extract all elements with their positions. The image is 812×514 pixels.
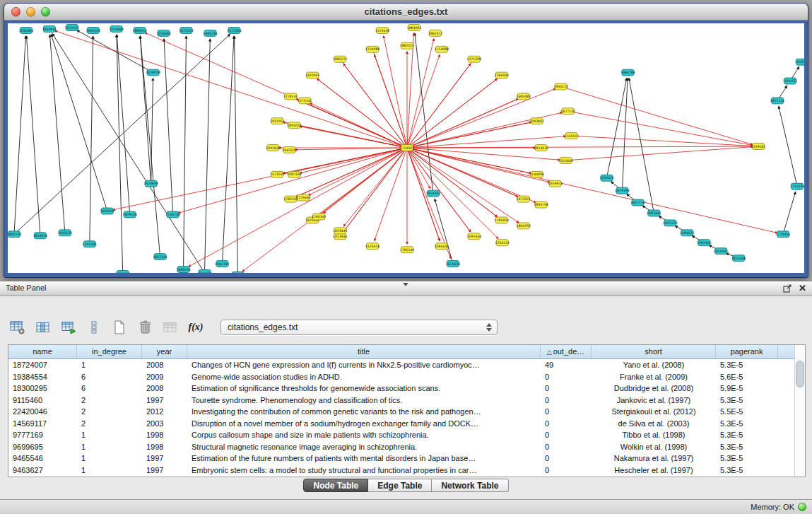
window-titlebar[interactable]: citations_edges.txt <box>4 4 808 21</box>
graph-node[interactable]: 1062341 <box>215 261 230 267</box>
graph-node[interactable]: 1664093 <box>407 24 422 30</box>
graph-node[interactable]: 1694203 <box>86 27 101 33</box>
graph-node[interactable]: 1087334 <box>287 171 302 177</box>
graph-node[interactable]: 2520659 <box>143 180 158 187</box>
graph-node[interactable]: 1679194 <box>615 187 630 194</box>
graph-edge[interactable] <box>178 148 407 213</box>
graph-node[interactable]: 1125438 <box>375 27 390 33</box>
zoom-window-button[interactable] <box>41 7 50 16</box>
graph-node[interactable]: 1093847 <box>529 118 544 124</box>
graph-node[interactable]: 1724007 <box>400 145 415 151</box>
graph-node[interactable]: 2026059 <box>146 69 160 76</box>
graph-node[interactable]: 1662015 <box>400 42 415 49</box>
table-row[interactable]: 946362711997Embryonic stem cells: a mode… <box>8 465 794 477</box>
graph-node[interactable]: 1591031 <box>783 78 798 84</box>
graph-edge[interactable] <box>235 36 238 273</box>
table-mode-icon[interactable] <box>7 317 28 337</box>
row-height-icon[interactable] <box>83 317 105 337</box>
graph-node[interactable]: 1092454 <box>467 233 482 240</box>
graph-node[interactable]: 1051120 <box>663 220 678 226</box>
function-builder-icon[interactable]: f(x) <box>185 317 206 337</box>
graph-node[interactable]: 1673021 <box>516 196 531 202</box>
column-header-name[interactable]: name <box>8 345 77 358</box>
graph-node[interactable]: 1523416 <box>365 243 380 250</box>
graph-node[interactable]: 1653443 <box>333 228 348 234</box>
graph-node[interactable]: 1573031 <box>270 171 285 177</box>
graph-edge[interactable] <box>54 30 407 148</box>
graph-node[interactable]: 1950123 <box>553 83 568 90</box>
graph-node[interactable]: 1342045 <box>83 241 98 247</box>
graph-node[interactable]: 1275141 <box>298 98 312 104</box>
graph-node[interactable]: 1184950 <box>495 217 510 223</box>
graph-node[interactable]: 1559581 <box>751 144 766 150</box>
graph-node[interactable]: 1710454 <box>776 231 791 238</box>
graph-edge[interactable] <box>14 36 26 234</box>
new-column-icon[interactable] <box>109 317 130 337</box>
graph-edge[interactable] <box>629 78 654 213</box>
graph-edge[interactable] <box>14 34 230 234</box>
table-row[interactable]: 1872400712008Changes of HCN gene express… <box>8 359 794 371</box>
graph-node[interactable]: 1725440 <box>296 194 311 201</box>
graph-edge[interactable] <box>140 36 151 184</box>
graph-edge[interactable] <box>568 111 753 145</box>
graph-node[interactable]: 1485083 <box>516 93 531 100</box>
table-row[interactable]: 1456911722003Disruption of a novel membe… <box>8 418 794 430</box>
graph-node[interactable]: 1905130 <box>8 231 21 238</box>
graph-edge[interactable] <box>561 86 753 144</box>
graph-node[interactable]: 1760343 <box>312 214 326 220</box>
graph-edge[interactable] <box>52 34 204 273</box>
graph-node[interactable]: 1677150 <box>560 108 575 115</box>
graph-edge[interactable] <box>140 36 160 257</box>
graph-node[interactable]: 1760149 <box>400 247 415 253</box>
graph-node[interactable]: 1829104 <box>122 211 137 218</box>
float-panel-icon[interactable] <box>783 284 792 293</box>
close-window-button[interactable] <box>11 7 20 16</box>
graph-node[interactable]: 1278141 <box>283 93 298 100</box>
graph-edge[interactable] <box>113 148 407 210</box>
show-columns-icon[interactable] <box>33 317 54 337</box>
scrollbar-thumb[interactable] <box>796 361 804 387</box>
graph-edge[interactable] <box>164 39 173 215</box>
tab-network-table[interactable]: Network Table <box>432 479 508 492</box>
graph-edge[interactable] <box>415 33 433 194</box>
column-header-year[interactable]: year <box>142 345 187 358</box>
table-row[interactable]: 2242004622012Investigating the contribut… <box>8 406 794 418</box>
column-header-in_degree[interactable]: in_degree <box>77 345 142 358</box>
graph-node[interactable]: 1961372 <box>428 30 443 36</box>
graph-node[interactable]: 1895758 <box>534 201 548 208</box>
graph-node[interactable]: 1065432 <box>435 243 449 250</box>
table-scrollbar[interactable] <box>794 345 805 477</box>
graph-node[interactable]: 1321605 <box>558 157 573 163</box>
column-header-out_de[interactable]: △out_de… <box>541 345 592 358</box>
graph-node[interactable]: 1524234 <box>197 270 212 273</box>
graph-node[interactable]: 1284503 <box>495 72 510 78</box>
graph-edge[interactable] <box>435 199 453 264</box>
graph-node[interactable]: 1054921 <box>548 180 563 187</box>
graph-node[interactable]: 1420045 <box>305 72 320 78</box>
graph-node[interactable]: 1804933 <box>516 223 531 229</box>
minimize-window-button[interactable] <box>26 7 35 16</box>
graph-edge[interactable] <box>407 33 414 148</box>
graph-node[interactable]: 1853010 <box>534 145 548 151</box>
import-table-icon[interactable] <box>58 317 79 337</box>
graph-node[interactable]: 1437710 <box>630 199 645 206</box>
table-row[interactable]: 1830029562008Estimation of significance … <box>8 382 794 395</box>
table-row[interactable]: 1938455462009Genome-wide association stu… <box>8 371 794 383</box>
graph-edge[interactable] <box>407 148 498 239</box>
column-header-short[interactable]: short <box>592 345 716 358</box>
graph-edge[interactable] <box>51 35 107 211</box>
graph-node[interactable]: 1070843 <box>110 25 124 32</box>
graph-edge[interactable] <box>566 147 753 160</box>
graph-node[interactable]: 1923414 <box>230 272 245 273</box>
network-graph[interactable]: 1724007185301010938471485083128450312213… <box>8 23 804 273</box>
graph-node[interactable]: 1154088 <box>435 46 449 52</box>
table-row[interactable]: 911546021997Tourette syndrome. Phenomeno… <box>8 395 794 407</box>
tab-edge-table[interactable]: Edge Table <box>368 479 432 492</box>
table-row[interactable]: 969969511998Structural magnetic resonanc… <box>8 441 794 453</box>
graph-edge[interactable] <box>26 36 40 235</box>
graph-edge[interactable] <box>384 36 407 148</box>
graph-node[interactable]: 1853950 <box>33 233 48 239</box>
graph-node[interactable]: 1942021 <box>282 147 297 153</box>
graph-node[interactable]: 1924501 <box>714 248 729 255</box>
graph-edge[interactable] <box>49 35 64 233</box>
